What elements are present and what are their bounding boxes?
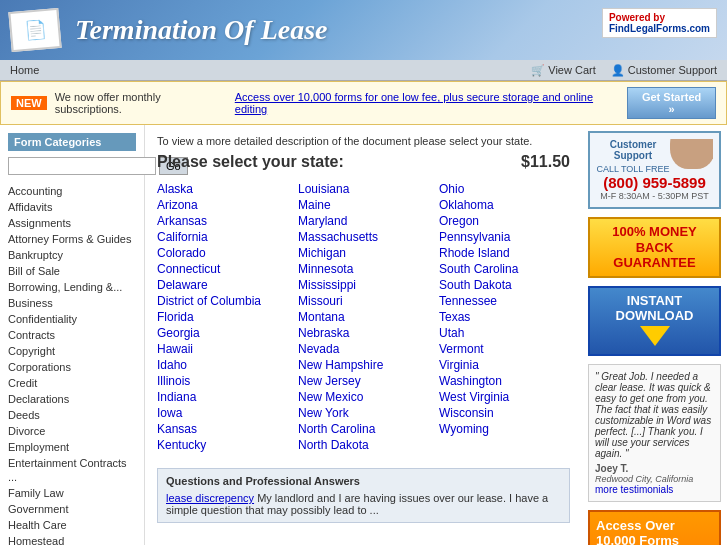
state-pennsylvania[interactable]: Pennsylvania (439, 230, 510, 244)
logo-name: FindLegalForms.com (609, 23, 710, 34)
state-mississippi[interactable]: Mississippi (298, 278, 356, 292)
sidebar-item-borrowing[interactable]: Borrowing, Lending &... (8, 281, 122, 293)
sidebar-item-bill-of-sale[interactable]: Bill of Sale (8, 265, 60, 277)
search-input[interactable] (8, 157, 156, 175)
list-item: Ohio (439, 181, 570, 197)
state-louisiana[interactable]: Louisiana (298, 182, 349, 196)
state-new-york[interactable]: New York (298, 406, 349, 420)
state-vermont[interactable]: Vermont (439, 342, 484, 356)
sidebar-item-homestead[interactable]: Homestead (8, 535, 64, 545)
list-item: Homestead (8, 533, 136, 545)
state-minnesota[interactable]: Minnesota (298, 262, 353, 276)
nav-cart-link[interactable]: 🛒 View Cart (531, 64, 595, 77)
sidebar-item-affidavits[interactable]: Affidavits (8, 201, 52, 213)
list-item: California (157, 229, 288, 245)
state-maine[interactable]: Maine (298, 198, 331, 212)
state-rhode-island[interactable]: Rhode Island (439, 246, 510, 260)
state-nebraska[interactable]: Nebraska (298, 326, 349, 340)
state-utah[interactable]: Utah (439, 326, 464, 340)
state-connecticut[interactable]: Connecticut (157, 262, 220, 276)
state-california[interactable]: California (157, 230, 208, 244)
state-kentucky[interactable]: Kentucky (157, 438, 206, 452)
state-new-jersey[interactable]: New Jersey (298, 374, 361, 388)
sidebar-item-employment[interactable]: Employment (8, 441, 69, 453)
sidebar-item-copyright[interactable]: Copyright (8, 345, 55, 357)
state-alaska[interactable]: Alaska (157, 182, 193, 196)
sidebar-item-family-law[interactable]: Family Law (8, 487, 64, 499)
promo-get-started-button[interactable]: Get Started » (627, 87, 716, 119)
state-illinois[interactable]: Illinois (157, 374, 190, 388)
sidebar-item-deeds[interactable]: Deeds (8, 409, 40, 421)
state-dc[interactable]: District of Columbia (157, 294, 261, 308)
state-kansas[interactable]: Kansas (157, 422, 197, 436)
state-wyoming[interactable]: Wyoming (439, 422, 489, 436)
state-washington[interactable]: Washington (439, 374, 502, 388)
list-item: Missouri (298, 293, 429, 309)
state-massachusetts[interactable]: Massachusetts (298, 230, 378, 244)
nav-home-link[interactable]: Home (10, 64, 39, 76)
list-item: Wyoming (439, 421, 570, 437)
sidebar-item-bankruptcy[interactable]: Bankruptcy (8, 249, 63, 261)
sidebar-item-credit[interactable]: Credit (8, 377, 37, 389)
list-item: New Jersey (298, 373, 429, 389)
state-hawaii[interactable]: Hawaii (157, 342, 193, 356)
sidebar-item-declarations[interactable]: Declarations (8, 393, 69, 405)
sidebar-item-accounting[interactable]: Accounting (8, 185, 62, 197)
state-montana[interactable]: Montana (298, 310, 345, 324)
state-indiana[interactable]: Indiana (157, 390, 196, 404)
state-iowa[interactable]: Iowa (157, 406, 182, 420)
state-maryland[interactable]: Maryland (298, 214, 347, 228)
sidebar-item-corporations[interactable]: Corporations (8, 361, 71, 373)
state-tennessee[interactable]: Tennessee (439, 294, 497, 308)
sidebar-item-contracts[interactable]: Contracts (8, 329, 55, 341)
state-oregon[interactable]: Oregon (439, 214, 479, 228)
state-new-hampshire[interactable]: New Hampshire (298, 358, 383, 372)
sidebar-item-assignments[interactable]: Assignments (8, 217, 71, 229)
promo-link[interactable]: Access over 10,000 forms for one low fee… (235, 91, 619, 115)
list-item: Confidentiality (8, 311, 136, 327)
state-georgia[interactable]: Georgia (157, 326, 200, 340)
state-nevada[interactable]: Nevada (298, 342, 339, 356)
state-texas[interactable]: Texas (439, 310, 470, 324)
state-missouri[interactable]: Missouri (298, 294, 343, 308)
state-virginia[interactable]: Virginia (439, 358, 479, 372)
state-colorado[interactable]: Colorado (157, 246, 206, 260)
sidebar-item-divorce[interactable]: Divorce (8, 425, 45, 437)
list-item: North Carolina (298, 421, 429, 437)
state-idaho[interactable]: Idaho (157, 358, 187, 372)
content-intro: To view a more detailed description of t… (157, 135, 570, 147)
state-west-virginia[interactable]: West Virginia (439, 390, 509, 404)
sidebar-item-confidentiality[interactable]: Confidentiality (8, 313, 77, 325)
cart-label: View Cart (548, 64, 595, 76)
list-item: Kentucky (157, 437, 288, 453)
state-south-carolina[interactable]: South Carolina (439, 262, 518, 276)
sidebar-item-health-care[interactable]: Health Care (8, 519, 67, 531)
sidebar-item-business[interactable]: Business (8, 297, 53, 309)
state-oklahoma[interactable]: Oklahoma (439, 198, 494, 212)
sidebar-item-entertainment[interactable]: Entertainment Contracts ... (8, 457, 127, 483)
list-item: Business (8, 295, 136, 311)
qa-link[interactable]: lease discrepency (166, 492, 254, 504)
header-document-icon: 📄 (8, 8, 61, 52)
download-arrow-icon (640, 326, 670, 346)
state-new-mexico[interactable]: New Mexico (298, 390, 363, 404)
price-label: $11.50 (521, 153, 570, 171)
sidebar-item-attorney[interactable]: Attorney Forms & Guides (8, 233, 132, 245)
state-wisconsin[interactable]: Wisconsin (439, 406, 494, 420)
state-michigan[interactable]: Michigan (298, 246, 346, 260)
sidebar-item-government[interactable]: Government (8, 503, 69, 515)
nav-support-link[interactable]: 👤 Customer Support (611, 64, 717, 77)
more-testimonials-link[interactable]: more testimonials (595, 484, 673, 495)
state-ohio[interactable]: Ohio (439, 182, 464, 196)
state-north-carolina[interactable]: North Carolina (298, 422, 375, 436)
testimonial-author: Joey T. (595, 463, 714, 474)
state-arkansas[interactable]: Arkansas (157, 214, 207, 228)
state-delaware[interactable]: Delaware (157, 278, 208, 292)
state-north-dakota[interactable]: North Dakota (298, 438, 369, 452)
state-arizona[interactable]: Arizona (157, 198, 198, 212)
state-florida[interactable]: Florida (157, 310, 194, 324)
testimonial-quote: " Great Job. I needed a clear lease. It … (595, 371, 711, 459)
support-phone[interactable]: (800) 959-5899 (596, 174, 713, 191)
state-south-dakota[interactable]: South Dakota (439, 278, 512, 292)
list-item: Family Law (8, 485, 136, 501)
